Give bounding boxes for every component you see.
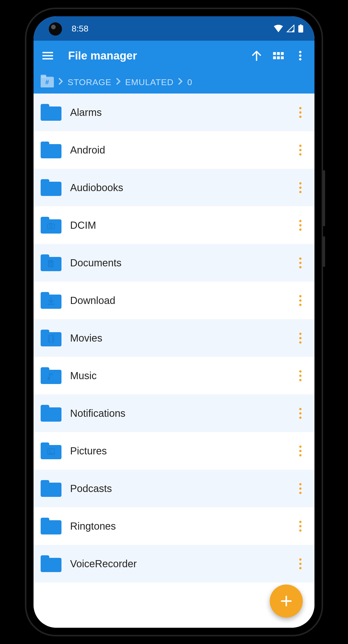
fab-add-button[interactable]	[270, 585, 303, 618]
file-row[interactable]: Pictures	[34, 432, 314, 470]
camera-hole	[49, 22, 62, 36]
folder-icon	[41, 555, 61, 572]
file-name: Ringtones	[70, 520, 286, 532]
grid-icon	[273, 52, 284, 59]
file-row[interactable]: Podcasts	[34, 470, 314, 507]
battery-icon	[298, 24, 303, 33]
wifi-icon	[274, 25, 283, 32]
row-menu-button[interactable]	[295, 481, 306, 496]
breadcrumb-item-0[interactable]: 0	[187, 77, 192, 87]
row-menu-button[interactable]	[295, 293, 306, 308]
hamburger-icon	[42, 51, 53, 60]
plus-icon	[280, 595, 292, 607]
app-title: File manager	[60, 49, 244, 62]
svg-point-9	[299, 54, 302, 57]
screen: 8:58 File manager	[34, 16, 314, 628]
row-menu-button[interactable]	[295, 368, 306, 383]
file-name: VoiceRecorder	[70, 558, 286, 570]
folder-icon	[41, 254, 61, 271]
chevron-right-icon	[58, 78, 63, 87]
folder-icon	[41, 405, 61, 422]
arrow-up-icon	[251, 50, 262, 61]
breadcrumb-root[interactable]: #	[41, 77, 54, 87]
row-menu-button[interactable]	[295, 443, 306, 458]
breadcrumb-item-storage[interactable]: STORAGE	[68, 77, 112, 87]
svg-rect-0	[298, 25, 303, 33]
row-menu-button[interactable]	[295, 218, 306, 233]
file-row[interactable]: Music	[34, 357, 314, 394]
folder-icon	[41, 179, 61, 196]
file-row[interactable]: Alarms	[34, 94, 314, 131]
more-vert-icon	[299, 51, 302, 60]
file-row[interactable]: Download	[34, 282, 314, 319]
svg-point-10	[299, 58, 302, 61]
menu-button[interactable]	[38, 46, 57, 65]
folder-icon	[41, 367, 61, 384]
svg-rect-5	[273, 56, 276, 59]
file-row[interactable]: DCIM	[34, 206, 314, 244]
row-menu-button[interactable]	[295, 556, 306, 571]
breadcrumb-item-emulated[interactable]: EMULATED	[125, 77, 174, 87]
file-name: Android	[70, 144, 286, 156]
file-name: DCIM	[70, 220, 286, 231]
svg-rect-6	[277, 56, 280, 59]
row-menu-button[interactable]	[295, 518, 306, 534]
app-bar: File manager	[34, 41, 314, 71]
overflow-button[interactable]	[291, 46, 310, 65]
file-name: Pictures	[70, 445, 286, 457]
home-indicator[interactable]	[146, 622, 202, 624]
row-menu-button[interactable]	[295, 180, 306, 195]
file-row[interactable]: VoiceRecorder	[34, 545, 314, 582]
file-list[interactable]: Alarms Android Audiobooks DCIM	[34, 94, 314, 628]
folder-icon	[41, 292, 61, 309]
status-time: 8:58	[72, 24, 88, 34]
svg-rect-4	[281, 52, 284, 55]
folder-icon	[41, 518, 61, 534]
folder-icon	[41, 480, 61, 497]
volume-button	[323, 170, 325, 226]
file-name: Download	[70, 295, 286, 306]
file-name: Documents	[70, 257, 286, 269]
folder-icon	[41, 442, 61, 459]
file-name: Podcasts	[70, 483, 286, 494]
file-name: Audiobooks	[70, 182, 286, 193]
power-button	[323, 236, 325, 267]
file-row[interactable]: Documents	[34, 244, 314, 282]
file-name: Movies	[70, 332, 286, 344]
row-menu-button[interactable]	[295, 105, 306, 120]
file-row[interactable]: Audiobooks	[34, 169, 314, 206]
folder-icon	[41, 142, 61, 158]
row-menu-button[interactable]	[295, 330, 306, 346]
folder-icon	[41, 217, 61, 234]
row-menu-button[interactable]	[295, 255, 306, 270]
file-row[interactable]: Ringtones	[34, 507, 314, 545]
grid-view-button[interactable]	[269, 46, 288, 65]
svg-point-12	[50, 225, 52, 228]
chevron-right-icon	[116, 78, 121, 87]
root-hash-icon: #	[45, 78, 49, 86]
status-bar: 8:58	[34, 16, 314, 41]
file-name: Music	[70, 370, 286, 381]
up-button[interactable]	[247, 46, 266, 65]
svg-rect-2	[273, 52, 276, 55]
breadcrumb: # STORAGE EMULATED 0	[34, 71, 314, 94]
folder-icon	[41, 330, 61, 346]
svg-rect-3	[277, 52, 280, 55]
file-row[interactable]: Movies	[34, 319, 314, 357]
file-row[interactable]: Android	[34, 131, 314, 169]
svg-rect-1	[300, 24, 302, 26]
svg-rect-13	[50, 223, 52, 224]
row-menu-button[interactable]	[295, 142, 306, 158]
chevron-right-icon	[178, 78, 183, 87]
folder-icon	[41, 104, 61, 121]
file-row[interactable]: Notifications	[34, 394, 314, 432]
file-name: Alarms	[70, 107, 286, 118]
phone-frame: 8:58 File manager	[25, 8, 323, 636]
svg-rect-7	[281, 56, 284, 59]
cell-signal-icon	[287, 25, 295, 32]
row-menu-button[interactable]	[295, 406, 306, 421]
svg-point-8	[299, 51, 302, 53]
file-name: Notifications	[70, 408, 286, 419]
status-icons	[274, 24, 303, 33]
svg-point-16	[49, 450, 50, 452]
